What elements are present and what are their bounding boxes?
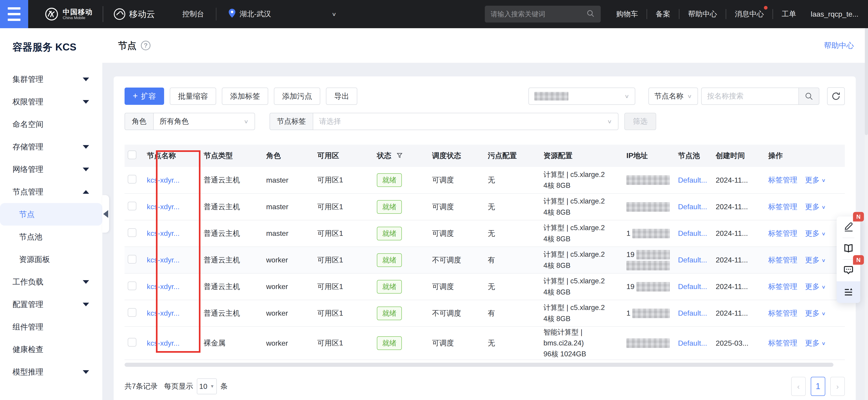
node-name-link[interactable]: kcs-xdyr... xyxy=(147,229,180,237)
more-link[interactable]: 更多∨ xyxy=(805,309,826,317)
sidebar-item-存储管理[interactable]: 存储管理 xyxy=(0,136,102,158)
feedback-tool[interactable]: N xyxy=(837,260,860,281)
sidebar-item-工作负载[interactable]: 工作负载 xyxy=(0,270,102,293)
help-question-icon[interactable]: ? xyxy=(141,41,151,50)
tag-manage-link[interactable]: 标签管理 xyxy=(768,309,797,317)
node-pool-link[interactable]: Default... xyxy=(678,256,707,264)
actions-cell: 标签管理更多∨ xyxy=(764,247,845,273)
role-filter-select[interactable]: 所有角色 ∨ xyxy=(153,113,255,130)
filter-button[interactable]: 筛选 xyxy=(624,113,656,130)
chevron-down-icon: ∨ xyxy=(822,231,826,237)
blurred-ip xyxy=(632,229,670,238)
tag-manage-link[interactable]: 标签管理 xyxy=(768,229,797,237)
export-button[interactable]: 导出 xyxy=(326,88,357,105)
node-pool-link[interactable]: Default... xyxy=(678,229,707,237)
select-all-checkbox[interactable] xyxy=(128,150,136,159)
node-name-link[interactable]: kcs-xdyr... xyxy=(147,339,180,347)
spec-cell: 计算型 | c5.xlarge.2 4核 8GB xyxy=(539,194,622,220)
search-field-select[interactable]: 节点名称 ∨ xyxy=(648,88,698,105)
sidebar-item-集群管理[interactable]: 集群管理 xyxy=(0,68,102,90)
sidebar-item-网络管理[interactable]: 网络管理 xyxy=(0,158,102,180)
node-name-link[interactable]: kcs-xdyr... xyxy=(147,256,180,264)
blurred-cluster-value xyxy=(534,92,568,101)
sidebar-collapse-handle[interactable] xyxy=(102,195,109,233)
batch-scale-in-button[interactable]: 批量缩容 xyxy=(170,88,216,105)
tag-manage-link[interactable]: 标签管理 xyxy=(768,256,797,264)
row-checkbox[interactable] xyxy=(128,228,136,237)
more-link[interactable]: 更多∨ xyxy=(805,203,826,211)
scrollbar-thumb[interactable] xyxy=(865,28,868,135)
blurred-ip xyxy=(637,282,670,291)
zone-cell: 可用区1 xyxy=(313,194,373,220)
user-account[interactable]: laas_rqcp_te... xyxy=(811,10,859,19)
ticket-link[interactable]: 工单 xyxy=(773,9,805,19)
global-search-input[interactable]: 请输入搜索关键词 xyxy=(485,6,601,23)
scale-out-button[interactable]: + 扩容 xyxy=(125,88,164,105)
cluster-select[interactable]: ∨ xyxy=(528,88,635,105)
refresh-button[interactable] xyxy=(827,87,845,105)
tag-manage-link[interactable]: 标签管理 xyxy=(768,203,797,211)
hamburger-menu-icon[interactable] xyxy=(0,0,28,28)
sidebar-item-权限管理[interactable]: 权限管理 xyxy=(0,90,102,113)
horizontal-scrollbar[interactable] xyxy=(125,363,833,367)
ip-cell xyxy=(622,326,674,360)
sidebar-item-组件管理[interactable]: 组件管理 xyxy=(0,316,102,338)
blurred-ip xyxy=(626,338,670,348)
tag-manage-link[interactable]: 标签管理 xyxy=(768,339,797,347)
help-center-link[interactable]: 帮助中心 xyxy=(679,9,726,19)
node-pool-link[interactable]: Default... xyxy=(678,282,707,291)
next-page-button[interactable]: › xyxy=(830,377,845,396)
vertical-scrollbar[interactable] xyxy=(865,28,868,400)
more-link[interactable]: 更多∨ xyxy=(805,176,826,184)
sidebar-item-资源面板[interactable]: 资源面板 xyxy=(0,248,102,270)
node-pool-link[interactable]: Default... xyxy=(678,176,707,184)
node-name-link[interactable]: kcs-xdyr... xyxy=(147,203,180,211)
sidebar-item-命名空间[interactable]: 命名空间 xyxy=(0,113,102,136)
row-checkbox[interactable] xyxy=(128,338,136,347)
prev-page-button[interactable]: ‹ xyxy=(791,377,806,396)
sidebar-item-健康检查[interactable]: 健康检查 xyxy=(0,338,102,361)
search-icon[interactable] xyxy=(586,9,595,19)
more-link[interactable]: 更多∨ xyxy=(805,282,826,291)
row-checkbox[interactable] xyxy=(128,308,136,317)
china-mobile-logo: 中国移动 China Mobile 移动云 xyxy=(44,6,155,22)
node-name-link[interactable]: kcs-xdyr... xyxy=(147,176,180,184)
edit-tool[interactable]: N xyxy=(837,217,860,238)
status-filter-funnel-icon[interactable] xyxy=(396,152,403,161)
message-center-link[interactable]: 消息中心 xyxy=(726,9,773,19)
console-link[interactable]: 控制台 xyxy=(182,9,204,19)
sidebar-item-配置管理[interactable]: 配置管理 xyxy=(0,293,102,316)
row-checkbox[interactable] xyxy=(128,255,136,263)
row-checkbox[interactable] xyxy=(128,282,136,290)
page-size-select[interactable]: 10 ▼ xyxy=(197,378,217,394)
sidebar-item-节点池[interactable]: 节点池 xyxy=(0,226,102,248)
sidebar-item-节点管理[interactable]: 节点管理 xyxy=(0,180,102,203)
node-name-link[interactable]: kcs-xdyr... xyxy=(147,309,180,317)
actions-cell: 标签管理更多∨ xyxy=(764,220,845,247)
node-name-link[interactable]: kcs-xdyr... xyxy=(147,282,180,291)
cart-link[interactable]: 购物车 xyxy=(608,9,647,19)
node-pool-link[interactable]: Default... xyxy=(678,309,707,317)
help-center-page-link[interactable]: 帮助中心 xyxy=(824,40,854,51)
more-link[interactable]: 更多∨ xyxy=(805,339,826,347)
tag-manage-link[interactable]: 标签管理 xyxy=(768,176,797,184)
page-1-button[interactable]: 1 xyxy=(811,377,825,396)
node-pool-link[interactable]: Default... xyxy=(678,203,707,211)
region-selector[interactable]: 湖北-武汉 ∨ xyxy=(228,8,337,20)
filing-link[interactable]: 备案 xyxy=(647,9,679,19)
sidebar-item-节点[interactable]: 节点 xyxy=(0,203,102,226)
survey-tool[interactable] xyxy=(837,281,860,303)
add-label-button[interactable]: 添加标签 xyxy=(222,88,268,105)
node-pool-link[interactable]: Default... xyxy=(678,339,707,347)
more-link[interactable]: 更多∨ xyxy=(805,229,826,237)
more-link[interactable]: 更多∨ xyxy=(805,256,826,264)
tag-filter-select[interactable]: 请选择 ∨ xyxy=(313,113,618,130)
row-checkbox[interactable] xyxy=(128,202,136,210)
tag-manage-link[interactable]: 标签管理 xyxy=(768,282,797,291)
feedback-chat-icon xyxy=(843,265,854,277)
row-checkbox[interactable] xyxy=(128,175,136,183)
node-search-input[interactable]: 按名称搜索 xyxy=(701,88,799,105)
add-taint-button[interactable]: 添加污点 xyxy=(274,88,320,105)
sidebar-item-模型推理[interactable]: 模型推理 xyxy=(0,361,102,383)
search-button[interactable] xyxy=(799,88,819,105)
